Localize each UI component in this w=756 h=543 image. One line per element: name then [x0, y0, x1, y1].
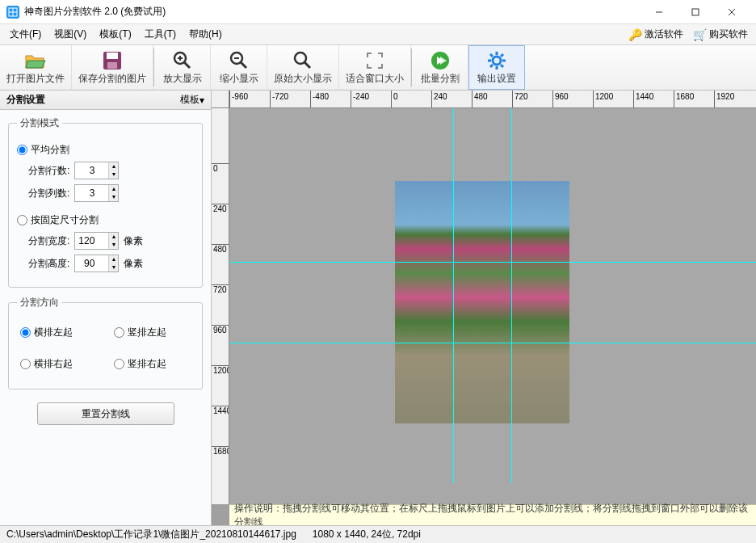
sidebar-title: 分割设置	[6, 93, 45, 107]
height-down[interactable]: ▼	[108, 263, 118, 272]
svg-line-28	[501, 54, 503, 57]
dir-vright-radio[interactable]	[114, 359, 124, 369]
menu-view[interactable]: 视图(V)	[48, 25, 93, 44]
cols-down[interactable]: ▼	[108, 193, 118, 201]
zoom-in-button[interactable]: 放大显示	[154, 45, 211, 90]
canvas-area: -960-720-480-240024048072096012001440168…	[212, 90, 756, 525]
menu-help[interactable]: 帮助(H)	[183, 25, 229, 44]
reset-lines-button[interactable]: 重置分割线	[37, 402, 174, 425]
width-label: 分割宽度:	[28, 234, 69, 248]
ruler-horizontal[interactable]: -960-720-480-240024048072096012001440168…	[229, 90, 756, 108]
width-unit: 像素	[124, 234, 143, 248]
dir-hright-radio[interactable]	[20, 359, 31, 369]
activate-link[interactable]: 🔑激活软件	[624, 27, 688, 41]
mode-fixed-label: 按固定尺寸分割	[31, 213, 99, 227]
split-direction-group: 分割方向 横排左起 竖排左起 横排右起 竖排右起	[8, 296, 203, 389]
original-size-button[interactable]: 原始大小显示	[267, 45, 339, 90]
folder-open-icon	[24, 49, 47, 72]
app-icon	[6, 6, 19, 19]
mode-average-label: 平均分割	[31, 143, 69, 157]
status-info: 1080 x 1440, 24位, 72dpi	[313, 528, 421, 541]
dir-hleft-label: 横排左起	[34, 326, 73, 339]
dir-vleft-label: 竖排左起	[128, 326, 166, 339]
cols-up[interactable]: ▲	[108, 185, 118, 193]
svg-line-11	[184, 62, 190, 68]
svg-point-17	[295, 53, 306, 64]
toolbar: 打开图片文件 保存分割的图片 放大显示 缩小显示 原始大小显示 适合窗口大小 批…	[0, 45, 756, 90]
output-label: 输出设置	[477, 72, 516, 86]
fit-icon	[365, 49, 384, 72]
zoom-out-label: 缩小显示	[220, 72, 258, 86]
svg-point-20	[493, 57, 501, 65]
cart-icon: 🛒	[693, 28, 707, 41]
sidebar-header: 分割设置 模板 ▾	[0, 90, 211, 110]
minimize-button[interactable]	[640, 0, 677, 24]
open-button[interactable]: 打开图片文件	[0, 45, 72, 90]
width-up[interactable]: ▲	[108, 233, 118, 241]
hint-bar: 操作说明：拖拽分割线可移动其位置；在标尺上拖拽鼠标到图片上可以添加分割线；将分割…	[229, 504, 756, 525]
height-label: 分割高度:	[28, 257, 69, 271]
hint-text: 操作说明：拖拽分割线可移动其位置；在标尺上拖拽鼠标到图片上可以添加分割线；将分割…	[234, 502, 751, 526]
image-preview[interactable]	[395, 181, 569, 423]
sidebar: 分割设置 模板 ▾ 分割模式 平均分割 分割行数:▲▼ 分割列数:▲▼ 按固定尺…	[0, 90, 212, 525]
buy-link[interactable]: 🛒购买软件	[688, 27, 753, 41]
zoom-in-label: 放大显示	[163, 72, 202, 86]
rows-down[interactable]: ▼	[108, 170, 118, 179]
output-settings-button[interactable]: 输出设置	[468, 45, 525, 90]
height-up[interactable]: ▲	[108, 255, 118, 263]
zoom-in-icon	[172, 49, 193, 72]
menu-tools[interactable]: 工具(T)	[138, 25, 183, 44]
rows-label: 分割行数:	[28, 164, 69, 178]
ruler-corner	[212, 90, 229, 108]
close-button[interactable]	[713, 0, 750, 24]
batch-button[interactable]: 批量分割	[412, 45, 468, 90]
buy-label: 购买软件	[709, 27, 748, 41]
dir-vright-label: 竖排右起	[128, 357, 166, 371]
svg-line-27	[490, 65, 493, 67]
ruler-vertical[interactable]: 0240480720960120014401680	[212, 108, 229, 504]
mode-legend: 分割模式	[17, 116, 62, 130]
chevron-down-icon: ▾	[200, 95, 204, 106]
split-line-h[interactable]	[229, 343, 756, 343]
gear-icon	[486, 49, 507, 72]
zoom-out-button[interactable]: 缩小显示	[211, 45, 267, 90]
width-down[interactable]: ▼	[108, 241, 118, 249]
menu-template[interactable]: 模板(T)	[93, 25, 137, 44]
split-line-v[interactable]	[453, 108, 454, 483]
svg-line-26	[501, 65, 503, 67]
status-bar: C:\Users\admin\Desktop\工作记录1\微信图片_202108…	[0, 525, 756, 543]
zoom-actual-icon	[292, 49, 313, 72]
split-line-v[interactable]	[511, 108, 512, 483]
rows-up[interactable]: ▲	[108, 162, 118, 170]
dir-hleft-radio[interactable]	[20, 327, 31, 338]
svg-rect-8	[107, 53, 118, 59]
save-label: 保存分割的图片	[78, 72, 146, 86]
save-icon	[102, 49, 123, 72]
svg-rect-4	[692, 9, 699, 15]
fit-window-button[interactable]: 适合窗口大小	[339, 45, 411, 90]
split-line-h[interactable]	[229, 262, 756, 263]
batch-icon	[430, 49, 451, 72]
activate-label: 激活软件	[645, 27, 683, 41]
window-title: 神奇图片分割软件 2.0 (免费试用)	[24, 5, 640, 19]
status-path: C:\Users\admin\Desktop\工作记录1\微信图片_202108…	[6, 528, 296, 541]
template-dropdown[interactable]: 模板 ▾	[180, 93, 204, 107]
maximize-button[interactable]	[677, 0, 713, 24]
viewport[interactable]	[229, 108, 756, 504]
menu-file[interactable]: 文件(F)	[3, 25, 48, 44]
menu-bar: 文件(F) 视图(V) 模板(T) 工具(T) 帮助(H) 🔑激活软件 🛒购买软…	[0, 24, 756, 45]
dir-legend: 分割方向	[17, 296, 62, 309]
save-button[interactable]: 保存分割的图片	[72, 45, 153, 90]
mode-average-radio[interactable]	[17, 145, 27, 155]
fit-label: 适合窗口大小	[346, 72, 404, 86]
zoom-out-icon	[229, 49, 250, 72]
height-unit: 像素	[124, 257, 143, 271]
orig-label: 原始大小显示	[274, 72, 332, 86]
batch-label: 批量分割	[421, 72, 460, 86]
key-icon: 🔑	[628, 28, 642, 41]
svg-line-18	[304, 62, 310, 68]
dir-hright-label: 横排右起	[34, 357, 73, 371]
title-bar: 神奇图片分割软件 2.0 (免费试用)	[0, 0, 756, 24]
dir-vleft-radio[interactable]	[114, 327, 124, 338]
mode-fixed-radio[interactable]	[17, 215, 27, 225]
